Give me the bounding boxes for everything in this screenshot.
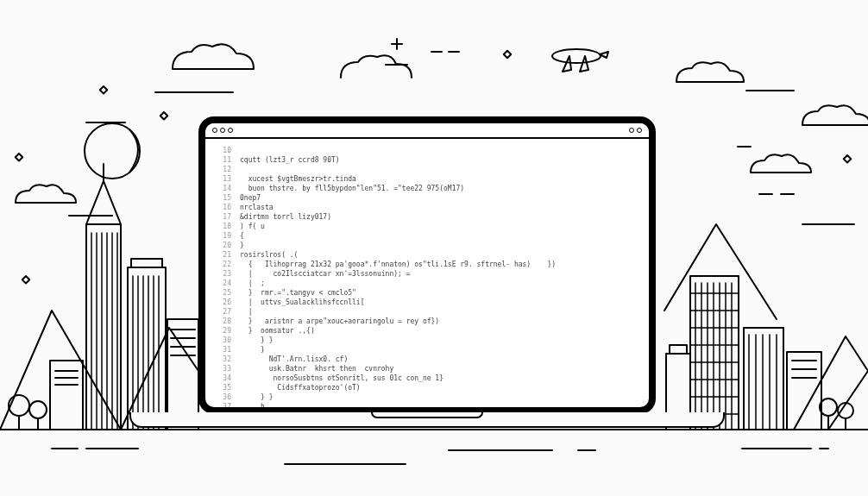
svg-rect-19: [504, 51, 511, 58]
code-text: }: [240, 345, 265, 355]
code-line: 22 { Ilihoprrag 21x32 pa'gooa*.f'nnaton)…: [205, 260, 649, 269]
svg-point-26: [552, 49, 601, 63]
line-number: 36: [205, 392, 240, 402]
code-text: } aristnr a arpe"xouc+aoraringolu = rey …: [240, 317, 439, 326]
code-text: } }: [240, 392, 274, 402]
line-number: 32: [205, 355, 240, 364]
code-text: 0nep7: [240, 193, 261, 203]
code-line: 26 | uttvs_Sualacklihsfccnlli[: [205, 298, 649, 307]
code-line: 12: [205, 165, 649, 174]
line-number: 15: [205, 193, 240, 203]
code-text: xucest $vgtBmeszr>tr.tinda: [240, 174, 356, 184]
line-number: 37: [205, 402, 240, 407]
close-icon[interactable]: [212, 128, 217, 133]
line-number: 24: [205, 279, 240, 288]
code-line: 36 } }: [205, 392, 649, 402]
code-line: 35 Cidsffxatoprozo'(oT): [205, 383, 649, 392]
svg-rect-72: [744, 328, 783, 430]
code-text: }: [240, 241, 244, 250]
code-line: 23 | co2Ilscciatcar xn'=3lssonuinn); =: [205, 269, 649, 279]
code-text: | ;: [240, 279, 265, 288]
code-text: | uttvs_Sualacklihsfccnlli[: [240, 298, 365, 307]
code-text: &dirtmn torrl lizy017): [240, 212, 331, 222]
code-text: usk.Batnr khsrt then cvnrohy: [240, 364, 393, 374]
code-line: 13 xucest $vgtBmeszr>tr.tinda: [205, 174, 649, 184]
svg-point-52: [9, 395, 29, 416]
code-text: cqutt (lzt3_r ccrd8 90T): [240, 155, 340, 165]
svg-rect-24: [844, 155, 851, 162]
code-line: 33 usk.Batnr khsrt then cvnrohy: [205, 364, 649, 374]
line-number: 12: [205, 165, 240, 174]
svg-rect-83: [670, 345, 687, 354]
code-text: h: [240, 402, 265, 407]
code-text: rosirslros( .(: [240, 250, 298, 260]
window-control-icon: [629, 128, 634, 133]
code-text: nrclasta: [240, 203, 274, 212]
code-text: } rmr.=".tangyv < cmclo5": [240, 288, 356, 298]
line-number: 25: [205, 288, 240, 298]
code-text: { Ilihoprrag 21x32 pa'gooa*.f'nnaton) os…: [240, 260, 556, 269]
code-line: 19{: [205, 231, 649, 241]
line-number: 33: [205, 364, 240, 374]
code-line: 150nep7: [205, 193, 649, 203]
code-line: 31 }: [205, 345, 649, 355]
code-text: NdT'.Arn.lisx0. cf): [240, 355, 348, 364]
code-text: } }: [240, 336, 274, 345]
line-number: 28: [205, 317, 240, 326]
line-number: 26: [205, 298, 240, 307]
window-titlebar: [205, 123, 649, 139]
line-number: 31: [205, 345, 240, 355]
code-text: ) f( u: [240, 222, 265, 231]
svg-rect-20: [100, 86, 107, 93]
laptop-screen: 1011cqutt (lzt3_r ccrd8 90T)1213 xucest …: [198, 116, 656, 414]
minimize-icon[interactable]: [220, 128, 225, 133]
code-text: norsoSusbtns otSonritl, sus 01c con_ne 1…: [240, 374, 443, 383]
maximize-icon[interactable]: [228, 128, 233, 133]
code-line: 32 NdT'.Arn.lisx0. cf): [205, 355, 649, 364]
line-number: 29: [205, 326, 240, 336]
code-line: 16nrclasta: [205, 203, 649, 212]
code-text: {: [240, 231, 244, 241]
code-text: } oomsatur .,{): [240, 326, 315, 336]
line-number: 19: [205, 231, 240, 241]
svg-rect-23: [160, 112, 167, 119]
line-number: 13: [205, 174, 240, 184]
line-number: 22: [205, 260, 240, 269]
line-number: 14: [205, 184, 240, 193]
laptop-notch: [371, 412, 483, 418]
code-line: 21rosirslros( .(: [205, 250, 649, 260]
code-line: 24 | ;: [205, 279, 649, 288]
code-line: 28 } aristnr a arpe"xouc+aoraringolu = r…: [205, 317, 649, 326]
line-number: 11: [205, 155, 240, 165]
code-line: 10: [205, 146, 649, 155]
line-number: 20: [205, 241, 240, 250]
code-line: 27 |: [205, 307, 649, 317]
code-line: 37 h: [205, 402, 649, 407]
line-number: 35: [205, 383, 240, 392]
code-line: 14 buon thstre. by fll5bypdon"len"51. ="…: [205, 184, 649, 193]
code-line: 30 } }: [205, 336, 649, 345]
code-text: Cidsffxatoprozo'(oT): [240, 383, 361, 392]
svg-point-54: [29, 401, 47, 418]
code-text: |: [240, 307, 252, 317]
code-line: 18) f( u: [205, 222, 649, 231]
line-number: 18: [205, 222, 240, 231]
line-number: 30: [205, 336, 240, 345]
line-number: 17: [205, 212, 240, 222]
code-line: 20}: [205, 241, 649, 250]
code-text: buon thstre. by fll5bypdon"len"51. ="tee…: [240, 184, 464, 193]
line-number: 34: [205, 374, 240, 383]
code-line: 25 } rmr.=".tangyv < cmclo5": [205, 288, 649, 298]
line-number: 21: [205, 250, 240, 260]
svg-rect-40: [131, 259, 162, 267]
code-line: 34 norsoSusbtns otSonritl, sus 01c con_n…: [205, 374, 649, 383]
line-number: 16: [205, 203, 240, 212]
code-editor: 1011cqutt (lzt3_r ccrd8 90T)1213 xucest …: [205, 139, 649, 407]
code-line: 17&dirtmn torrl lizy017): [205, 212, 649, 222]
line-number: 10: [205, 146, 240, 155]
line-number: 23: [205, 269, 240, 279]
window-control-icon: [637, 128, 642, 133]
svg-rect-22: [22, 276, 29, 283]
code-line: 11cqutt (lzt3_r ccrd8 90T): [205, 155, 649, 165]
line-number: 27: [205, 307, 240, 317]
